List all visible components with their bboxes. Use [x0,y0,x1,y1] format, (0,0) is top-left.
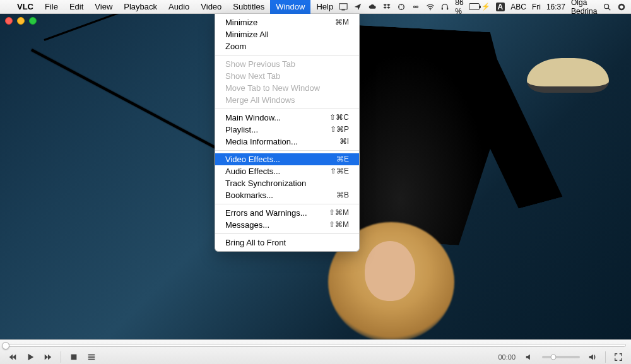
menu-item-label: Bring All to Front [225,237,286,249]
menu-item-shortcut: ⇧⌘C [329,112,349,124]
minimize-window-button[interactable] [17,17,25,25]
skip-back-button[interactable] [5,351,20,363]
keyboard-indicator[interactable]: A [496,3,505,11]
volume-knob[interactable] [551,354,557,360]
menu-item-playlist[interactable]: Playlist...⇧⌘P [215,124,359,136]
menu-separator [215,233,359,234]
menu-item-zoom[interactable]: Zoom [215,40,359,52]
menu-item-main-window[interactable]: Main Window...⇧⌘C [215,112,359,124]
menu-item-shortcut: ⌘E [336,153,349,165]
charging-icon: ⚡ [481,3,490,11]
menu-subtitles[interactable]: Subtitles [227,0,270,14]
menu-item-shortcut: ⌘I [339,136,349,148]
playlist-button[interactable] [84,351,99,363]
menu-item-messages[interactable]: Messages...⇧⌘M [215,219,359,231]
svg-point-6 [604,4,609,8]
menu-item-label: Audio Effects... [225,165,280,177]
svg-rect-0 [339,3,347,9]
volume-slider[interactable] [542,356,580,358]
seek-knob[interactable] [2,342,9,349]
volume-max-icon [585,351,600,363]
app-menus: VLC File Edit View Playback Audio Video … [11,0,339,14]
menu-view[interactable]: View [89,0,118,14]
svg-point-3 [430,9,431,10]
menu-item-shortcut: ⌘B [336,189,349,201]
menu-item-bookmarks[interactable]: Bookmarks...⌘B [215,189,359,201]
menu-item-label: Track Synchronization [225,177,306,189]
battery-pct-label: 86 % [455,0,467,16]
menu-item-shortcut: ⇧⌘E [330,165,349,177]
infinity-icon[interactable] [411,3,420,11]
menu-item-media-information[interactable]: Media Information...⌘I [215,136,359,148]
menu-app[interactable]: VLC [11,0,39,14]
spotlight-icon[interactable] [603,3,611,11]
menu-item-shortcut: ⌘M [335,16,349,28]
menu-item-shortcut: ⇧⌘P [330,124,349,136]
menu-item-bring-all-to-front[interactable]: Bring All to Front [215,237,359,249]
menu-item-label: Move Tab to New Window [225,82,320,94]
close-window-button[interactable] [5,17,13,25]
stop-button[interactable] [66,351,81,363]
menu-video[interactable]: Video [195,0,227,14]
siri-icon[interactable] [617,3,626,11]
sync-icon[interactable] [397,3,406,11]
menu-item-label: Bookmarks... [225,189,273,201]
menu-item-label: Minimize All [225,28,269,40]
menu-audio[interactable]: Audio [163,0,195,14]
menu-item-label: Errors and Warnings... [225,207,307,219]
zoom-window-button[interactable] [29,17,37,25]
location-icon[interactable] [353,3,362,11]
menu-item-minimize[interactable]: Minimize⌘M [215,16,359,28]
menu-item-errors-and-warnings[interactable]: Errors and Warnings...⇧⌘M [215,207,359,219]
video-decoration [365,241,415,301]
svg-line-7 [608,8,611,10]
menu-help[interactable]: Help [310,0,339,14]
svg-rect-4 [442,7,443,9]
menu-item-label: Show Next Tab [225,70,280,82]
skip-forward-button[interactable] [40,351,56,363]
time-display: 00:00 [498,353,516,361]
keyboard-layout[interactable]: ABC [510,3,526,11]
macos-menubar: VLC File Edit View Playback Audio Video … [0,0,631,14]
svg-rect-16 [88,358,95,360]
svg-rect-5 [447,7,448,9]
play-button[interactable] [23,351,38,363]
menu-separator [215,109,359,109]
headphones-icon[interactable] [440,3,449,11]
seek-row [0,340,631,349]
cloud-icon[interactable] [368,3,377,11]
menubar-time: 16:37 [546,3,565,11]
svg-rect-13 [71,354,77,360]
menu-item-audio-effects[interactable]: Audio Effects...⇧⌘E [215,165,359,177]
screenshare-icon[interactable] [339,3,348,11]
menu-item-show-previous-tab: Show Previous Tab [215,58,359,70]
svg-rect-14 [88,354,95,355]
seek-slider[interactable] [5,344,626,347]
menu-item-label: Playlist... [225,124,258,136]
menu-item-label: Messages... [225,219,269,231]
menubar-user[interactable]: Olga Bedrina [571,0,597,16]
menu-item-video-effects[interactable]: Video Effects...⌘E [215,153,359,165]
menu-item-move-tab-to-new-window: Move Tab to New Window [215,82,359,94]
menu-item-track-synchronization[interactable]: Track Synchronization [215,177,359,189]
menu-window[interactable]: Window [270,0,310,14]
fullscreen-button[interactable] [611,351,626,363]
wifi-icon[interactable] [426,3,435,11]
menu-file[interactable]: File [39,0,64,14]
battery-status[interactable]: 86 % ⚡ [455,0,490,16]
menu-item-minimize-all[interactable]: Minimize All [215,28,359,40]
menu-item-label: Media Information... [225,136,298,148]
svg-rect-15 [88,356,95,358]
menu-item-label: Main Window... [225,112,281,124]
window-menu-dropdown: Minimize⌘MMinimize AllZoomShow Previous … [215,14,360,252]
menu-edit[interactable]: Edit [64,0,89,14]
svg-point-9 [620,5,623,8]
menu-item-show-next-tab: Show Next Tab [215,70,359,82]
mute-button[interactable] [522,351,537,363]
toolbar-divider [61,351,61,363]
dropbox-icon[interactable] [382,3,391,11]
menu-item-label: Video Effects... [225,153,280,165]
menu-item-label: Minimize [225,16,257,28]
menu-playback[interactable]: Playback [118,0,163,14]
menu-item-shortcut: ⇧⌘M [329,219,349,231]
